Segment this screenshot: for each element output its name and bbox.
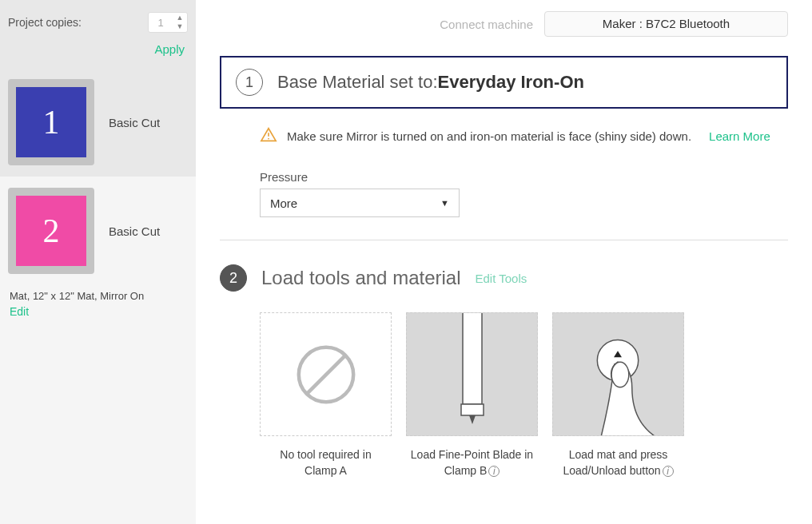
apply-row: Apply — [0, 39, 196, 68]
tool-caption: Load Fine-Point Blade in Clamp Bi — [406, 447, 538, 478]
machine-selector[interactable]: Maker : B7C2 Bluetooth — [544, 11, 788, 37]
mat-label: Basic Cut — [109, 224, 160, 238]
pressure-value: More — [270, 196, 297, 210]
warning-text: Make sure Mirror is turned on and iron-o… — [287, 129, 691, 143]
divider — [220, 240, 788, 240]
project-copies-row: Project copies: ▲ ▼ — [0, 0, 196, 39]
pressure-select[interactable]: More ▼ — [260, 189, 460, 217]
svg-marker-6 — [469, 415, 476, 424]
step-1-number: 1 — [236, 69, 263, 96]
chevron-down-icon: ▼ — [440, 198, 449, 208]
mat-info: Mat, 12" x 12" Mat, Mirror On Edit — [0, 285, 196, 326]
no-tool-icon — [260, 312, 392, 436]
mat-label: Basic Cut — [109, 116, 160, 129]
mat-item-2[interactable]: ◆◆ 2 Basic Cut — [0, 177, 196, 285]
svg-point-1 — [268, 138, 269, 140]
tool-card-load-mat: Load mat and press Load/Unload buttoni — [552, 312, 684, 478]
stepper-down-icon[interactable]: ▼ — [173, 22, 187, 31]
pressure-section: Pressure More ▼ — [220, 170, 788, 217]
blade-icon — [406, 312, 538, 436]
svg-rect-4 — [463, 312, 482, 404]
step-1-title-prefix: Base Material set to: — [277, 72, 438, 92]
tool-caption: Load mat and press Load/Unload buttoni — [552, 447, 684, 478]
info-icon[interactable]: i — [663, 466, 674, 477]
mat-info-text: Mat, 12" x 12" Mat, Mirror On — [10, 290, 186, 302]
step-2-number: 2 — [220, 264, 247, 292]
stepper-up-icon[interactable]: ▲ — [173, 14, 187, 22]
mat-number: 2 — [43, 212, 60, 250]
mat-thumbnail-2: ◆◆ 2 — [8, 188, 94, 274]
topbar: Connect machine Maker : B7C2 Bluetooth — [220, 0, 788, 56]
project-copies-stepper[interactable]: ▲ ▼ — [148, 12, 188, 33]
load-button-icon — [552, 312, 684, 436]
step-1-title: Base Material set to:Everyday Iron-On — [277, 72, 584, 93]
svg-point-10 — [611, 362, 629, 387]
pressure-label: Pressure — [260, 170, 788, 184]
edit-tools-link[interactable]: Edit Tools — [476, 272, 527, 285]
project-copies-label: Project copies: — [8, 16, 82, 29]
step-1-material: Everyday Iron-On — [438, 72, 584, 92]
tool-card-clamp-a: No tool required in Clamp A — [260, 312, 392, 478]
main-panel: Connect machine Maker : B7C2 Bluetooth 1… — [196, 0, 812, 524]
project-copies-input[interactable] — [149, 17, 173, 29]
tool-caption: No tool required in Clamp A — [260, 447, 392, 478]
tools-row: No tool required in Clamp A Load Fine-Po… — [220, 312, 788, 478]
learn-more-link[interactable]: Learn More — [709, 129, 770, 143]
apply-button[interactable]: Apply — [154, 42, 185, 56]
mat-number: 1 — [43, 103, 60, 141]
tool-card-clamp-b: Load Fine-Point Blade in Clamp Bi — [406, 312, 538, 478]
step-2-title: Load tools and material — [261, 267, 461, 289]
warning-row: Make sure Mirror is turned on and iron-o… — [220, 126, 788, 146]
svg-line-3 — [307, 355, 344, 393]
mat-thumbnail-1: ◆◆ 1 — [8, 79, 94, 165]
svg-rect-5 — [461, 404, 484, 415]
sidebar: Project copies: ▲ ▼ Apply ◆◆ 1 Basic Cut… — [0, 0, 196, 524]
mat-item-1[interactable]: ◆◆ 1 Basic Cut — [0, 68, 196, 177]
step-2-header: 2 Load tools and material Edit Tools — [220, 264, 788, 292]
edit-mat-link[interactable]: Edit — [10, 305, 186, 318]
connect-machine-label: Connect machine — [440, 18, 533, 31]
step-1-box: 1 Base Material set to:Everyday Iron-On — [220, 56, 788, 109]
warning-icon — [260, 126, 277, 146]
info-icon[interactable]: i — [488, 466, 500, 477]
